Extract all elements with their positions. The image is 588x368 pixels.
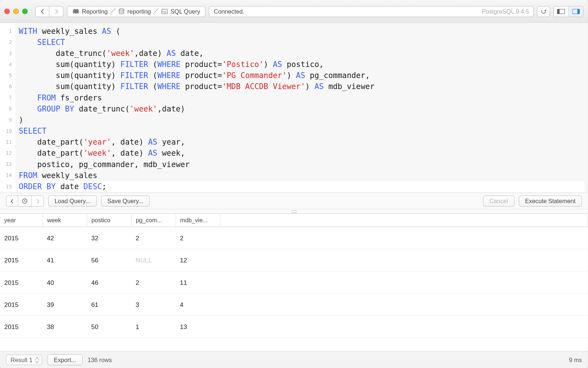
nav-back-forward bbox=[35, 6, 64, 17]
table-cell[interactable]: 40 bbox=[43, 271, 87, 293]
table-cell[interactable]: 2 bbox=[176, 227, 220, 249]
table-cell[interactable]: 2015 bbox=[0, 315, 43, 337]
forward-button[interactable] bbox=[50, 6, 63, 17]
close-window-button[interactable] bbox=[4, 8, 10, 14]
breadcrumb-sql-query[interactable]: SQL SQL Query bbox=[156, 8, 205, 15]
query-toolbar: Load Query... Save Query... Cancel Execu… bbox=[0, 192, 588, 209]
breadcrumb-label: SQL Query bbox=[171, 8, 200, 15]
table-cell[interactable]: 38 bbox=[43, 315, 87, 337]
cancel-button[interactable]: Cancel bbox=[483, 195, 514, 206]
table-cell[interactable]: 12 bbox=[176, 249, 220, 271]
table-row[interactable]: 2015396134 bbox=[0, 293, 588, 315]
bottom-bar: Result 1 Export... 136 rows 9 ms bbox=[0, 351, 588, 368]
svg-rect-4 bbox=[557, 9, 560, 14]
clock-icon bbox=[22, 198, 28, 204]
server-version: PostgreSQL 9.4.5 bbox=[482, 8, 529, 15]
table-cell[interactable]: 2 bbox=[131, 227, 176, 249]
zoom-window-button[interactable] bbox=[22, 8, 28, 14]
chevron-left-icon bbox=[10, 199, 14, 204]
sidebar-left-icon bbox=[557, 9, 565, 14]
table-cell[interactable]: 3 bbox=[131, 293, 176, 315]
table-cell[interactable]: 32 bbox=[87, 227, 132, 249]
reload-button[interactable] bbox=[537, 6, 550, 17]
sql-editor[interactable]: 123456789101112131415 WITH weekly_sales … bbox=[0, 23, 588, 193]
table-cell[interactable]: 41 bbox=[43, 249, 87, 271]
table-cell[interactable]: 11 bbox=[176, 271, 220, 293]
load-query-button[interactable]: Load Query... bbox=[48, 195, 97, 206]
history-forward-button[interactable] bbox=[32, 196, 43, 206]
table-row[interactable]: 20154046211 bbox=[0, 271, 588, 293]
table-cell[interactable]: 2015 bbox=[0, 249, 43, 271]
result-set-label: Result 1 bbox=[11, 356, 33, 363]
sidebar-right-icon bbox=[572, 9, 580, 14]
results-table: yearweekposticopg_com...mdb_vie... 20154… bbox=[0, 214, 588, 338]
table-cell[interactable]: 39 bbox=[43, 293, 87, 315]
column-header[interactable]: year bbox=[0, 214, 43, 227]
minimize-window-button[interactable] bbox=[13, 8, 19, 14]
traffic-lights bbox=[4, 8, 28, 14]
table-cell[interactable]: 42 bbox=[43, 227, 87, 249]
window-toolbar: Reporting reporting SQL SQL Query Connec… bbox=[0, 0, 588, 23]
status-text: Connected. bbox=[214, 8, 244, 15]
table-cell[interactable]: 56 bbox=[87, 249, 132, 271]
column-header[interactable]: postico bbox=[87, 214, 132, 227]
column-header[interactable]: week bbox=[43, 214, 87, 227]
row-count: 136 rows bbox=[87, 356, 112, 363]
sql-icon: SQL bbox=[161, 8, 168, 15]
chevron-left-icon bbox=[40, 9, 45, 14]
breadcrumb-connection[interactable]: Reporting bbox=[67, 8, 113, 15]
export-button[interactable]: Export... bbox=[47, 354, 82, 365]
reload-icon bbox=[541, 8, 546, 14]
chevron-right-icon bbox=[54, 9, 58, 14]
table-cell[interactable]: NULL bbox=[131, 249, 176, 271]
sql-code-area[interactable]: WITH weekly_sales AS ( SELECT date_trunc… bbox=[15, 23, 588, 193]
breadcrumb-database[interactable]: reporting bbox=[113, 8, 156, 15]
table-row[interactable]: 2015423222 bbox=[0, 227, 588, 249]
result-set-select[interactable]: Result 1 bbox=[6, 354, 42, 365]
save-query-button[interactable]: Save Query... bbox=[101, 195, 150, 206]
table-cell[interactable]: 46 bbox=[87, 271, 132, 293]
table-cell[interactable]: 1 bbox=[131, 315, 176, 337]
left-panel-toggle[interactable] bbox=[554, 6, 569, 17]
back-button[interactable] bbox=[36, 6, 49, 17]
table-cell[interactable]: 13 bbox=[176, 315, 220, 337]
table-row[interactable]: 20153850113 bbox=[0, 315, 588, 337]
table-cell[interactable]: 50 bbox=[87, 315, 132, 337]
table-cell[interactable]: 2 bbox=[131, 271, 176, 293]
svg-point-0 bbox=[119, 8, 124, 10]
table-cell[interactable]: 4 bbox=[176, 293, 220, 315]
query-timing: 9 ms bbox=[569, 356, 582, 363]
table-cell[interactable]: 2015 bbox=[0, 293, 43, 315]
column-header[interactable]: mdb_vie... bbox=[176, 214, 220, 227]
query-history-nav bbox=[6, 195, 44, 206]
execute-statement-button[interactable]: Execute Statement bbox=[519, 195, 582, 206]
chevron-right-icon bbox=[36, 199, 39, 204]
table-cell[interactable]: 2015 bbox=[0, 271, 43, 293]
breadcrumb-label: Reporting bbox=[82, 8, 108, 15]
elephant-icon bbox=[72, 8, 79, 15]
svg-text:SQL: SQL bbox=[162, 10, 167, 13]
connection-status-field[interactable]: Connected. PostgreSQL 9.4.5 bbox=[209, 6, 534, 17]
panel-toggle bbox=[553, 6, 584, 17]
history-back-button[interactable] bbox=[6, 196, 18, 206]
column-header[interactable]: pg_com... bbox=[131, 214, 176, 227]
history-button[interactable] bbox=[18, 196, 32, 206]
right-panel-toggle[interactable] bbox=[569, 6, 583, 17]
results-pane: yearweekposticopg_com...mdb_vie... 20154… bbox=[0, 214, 588, 351]
breadcrumb: Reporting reporting SQL SQL Query bbox=[67, 6, 206, 17]
table-cell[interactable]: 2015 bbox=[0, 227, 43, 249]
database-icon bbox=[118, 8, 125, 15]
table-row[interactable]: 20154156NULL12 bbox=[0, 249, 588, 271]
table-cell[interactable]: 61 bbox=[87, 293, 132, 315]
svg-rect-6 bbox=[577, 9, 580, 14]
splitter-handle[interactable] bbox=[0, 210, 588, 214]
line-gutter: 123456789101112131415 bbox=[0, 23, 15, 193]
breadcrumb-label: reporting bbox=[127, 8, 151, 15]
